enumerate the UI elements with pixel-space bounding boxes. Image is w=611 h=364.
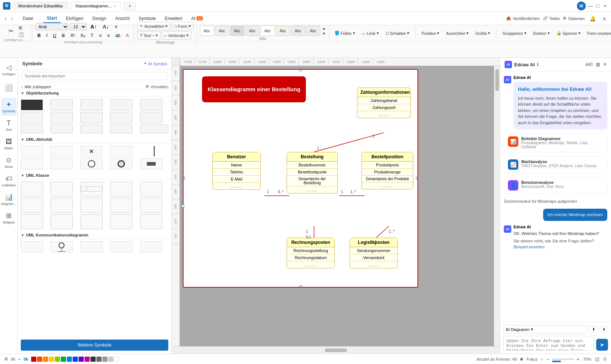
menu-view[interactable]: Ansicht (111, 14, 133, 23)
sidebar-item-text[interactable]: T Text (1, 116, 17, 134)
minimize-button[interactable]: — (587, 3, 593, 9)
symbol-item[interactable] (80, 182, 103, 196)
form-replace-button[interactable]: Form ersetzen (585, 30, 611, 37)
uml-class-benutzer[interactable]: Benutzer Name Telefon E-Mail ...... (212, 152, 261, 190)
tab-new[interactable]: + (124, 2, 136, 10)
color-swatch[interactable] (67, 357, 72, 362)
decrease-font-button[interactable]: A↓ (100, 23, 111, 31)
form-button[interactable]: □ Form ▾ (172, 22, 193, 30)
color-swatch[interactable] (96, 357, 102, 362)
symbol-item[interactable] (21, 158, 43, 169)
ai-expand-icon[interactable]: ⊠ (596, 62, 600, 67)
suggestion-item-2[interactable]: 📈 Marktanalyse SWOT-Analyse, STEP-Analys… (504, 156, 607, 173)
fit-page-button[interactable]: ⊡ (594, 356, 600, 362)
symbol-item[interactable] (21, 125, 43, 133)
fullscreen-icon[interactable]: ⊡ (603, 357, 607, 361)
symbol-item[interactable] (153, 146, 155, 157)
symbol-item[interactable] (80, 125, 103, 133)
style-swatch-1[interactable]: Abc (200, 26, 214, 36)
color-swatch[interactable] (108, 357, 113, 362)
size-button[interactable]: Größe ▾ (473, 29, 492, 37)
symbol-item[interactable] (80, 99, 103, 110)
swatch-scroll-up[interactable]: ▲ (322, 26, 326, 30)
inner-canvas[interactable]: 1 0..* 1 1..* 1 1 (180, 66, 494, 346)
symbol-item[interactable] (21, 241, 43, 252)
more-symbols-button[interactable]: Weitere Symbole (21, 340, 168, 351)
collapse-ribbon-button[interactable]: ∧ (601, 14, 608, 23)
style-swatch-5[interactable]: Abc (261, 26, 275, 36)
symbol-item[interactable] (21, 146, 43, 157)
notification-bell[interactable]: 🔔 (588, 14, 598, 23)
color-swatch[interactable] (43, 357, 48, 362)
menu-design[interactable]: Design (89, 14, 110, 23)
symbol-item[interactable] (50, 214, 73, 229)
section-uml-klasse[interactable]: ▼ UML-Klasse (18, 172, 171, 179)
symbol-item[interactable] (110, 214, 132, 229)
rotate-button[interactable]: Drehen ▾ (531, 29, 552, 37)
zoom-in-button[interactable]: + (576, 356, 580, 362)
menu-insert[interactable]: Einfügen (62, 14, 87, 23)
arrange-button[interactable]: Ausrichten ▾ (444, 29, 471, 37)
symbol-item[interactable] (140, 214, 162, 229)
symbol-item[interactable] (50, 125, 73, 133)
group-button[interactable]: Gruppieren ▾ (500, 29, 528, 37)
symbol-item[interactable] (110, 241, 132, 252)
uml-class-bestellung[interactable]: Bestellung Bestellnummer Bestellzeitpunk… (287, 152, 338, 193)
search-input[interactable] (21, 72, 168, 80)
increase-font-button[interactable]: A↑ (88, 23, 99, 31)
connector-button[interactable]: ⌐ Verbinder ▾ (162, 31, 192, 40)
symbol-item[interactable] (21, 214, 43, 229)
font-size-select[interactable]: 12 (70, 23, 87, 30)
uml-class-rechnungsposten[interactable]: Rechnungsposten Rechnungsstellung Rechnu… (287, 238, 335, 268)
sidebar-item-widgets[interactable]: ⊞ Widgets (1, 209, 17, 227)
style-swatch-7[interactable]: Abc (291, 26, 305, 36)
symbol-item[interactable] (80, 158, 103, 169)
color-swatch[interactable] (102, 357, 108, 362)
publish-button[interactable]: 📤 Veröffentlichen (506, 16, 540, 21)
ai-send-button[interactable]: ➤ (596, 339, 608, 351)
line-button[interactable]: — Linie ▾ (360, 29, 381, 37)
style-swatch-8[interactable]: Abc (306, 26, 320, 36)
share-button[interactable]: 🔗 Teilen (543, 16, 560, 21)
list-button[interactable]: ≡ (97, 32, 104, 39)
ai-example-link[interactable]: Beispiel ansehen (513, 245, 545, 249)
sidebar-item-symbole[interactable]: ✦ Symbole (1, 98, 17, 116)
menu-start[interactable]: Start (43, 14, 60, 23)
symbol-item[interactable] (50, 241, 73, 252)
symbol-item[interactable] (140, 182, 162, 196)
symbol-item[interactable] (50, 198, 73, 213)
symbol-item[interactable]: ✕ (80, 146, 103, 157)
superscript-button[interactable]: X² (68, 32, 77, 39)
menu-symbols[interactable]: Symbole (135, 14, 160, 23)
symbol-item[interactable] (50, 146, 73, 157)
select-button[interactable]: ↖ Auswählen ▾ (137, 22, 170, 30)
symbol-item[interactable] (80, 198, 103, 213)
color-swatch[interactable] (79, 357, 84, 362)
vertical-scroll-thumb[interactable] (495, 69, 499, 91)
sidebar-item-aufkleber[interactable]: 🏷 Aufkleber (1, 172, 17, 190)
symbol-item[interactable] (50, 158, 73, 169)
symbol-item[interactable] (110, 99, 132, 110)
bold-button[interactable]: B (35, 32, 43, 39)
indent-button[interactable]: ≡ (105, 32, 112, 39)
symbol-item[interactable] (80, 214, 103, 229)
file-menu-item[interactable]: Datei (19, 14, 37, 23)
position-button[interactable]: Position ▾ (419, 29, 442, 37)
align-button[interactable]: ≡ (112, 23, 119, 30)
maximize-button[interactable]: □ (595, 3, 601, 9)
nav-back-button[interactable]: ‹ (3, 14, 9, 23)
symbol-item[interactable] (21, 182, 43, 196)
tab-home[interactable]: Wondershare EdrawMax (13, 2, 68, 10)
shadow-button[interactable]: ◻ Schatten ▾ (383, 29, 412, 37)
symbol-item[interactable] (80, 112, 103, 123)
tab-close-icon[interactable]: × (114, 4, 116, 8)
subscript-button[interactable]: X₂ (78, 32, 87, 39)
sidebar-item-shapes[interactable]: ⬜ (1, 79, 17, 97)
manage-button[interactable]: ⚙ Verwalten (145, 84, 168, 89)
symbol-item[interactable] (21, 99, 43, 110)
fill-button[interactable]: 🪣 Füllen ▾ (332, 29, 357, 37)
suggestion-item-3[interactable]: 👤 Benutzeranalyse Benutzerprofil, User S… (504, 177, 607, 194)
selection-handle-right[interactable] (416, 177, 418, 180)
uml-class-zahlungsinformationen[interactable]: Zahlungsinformationen Zahlungskanal Zahl… (357, 87, 411, 118)
ai-export-button[interactable]: ⬇ (600, 326, 608, 332)
